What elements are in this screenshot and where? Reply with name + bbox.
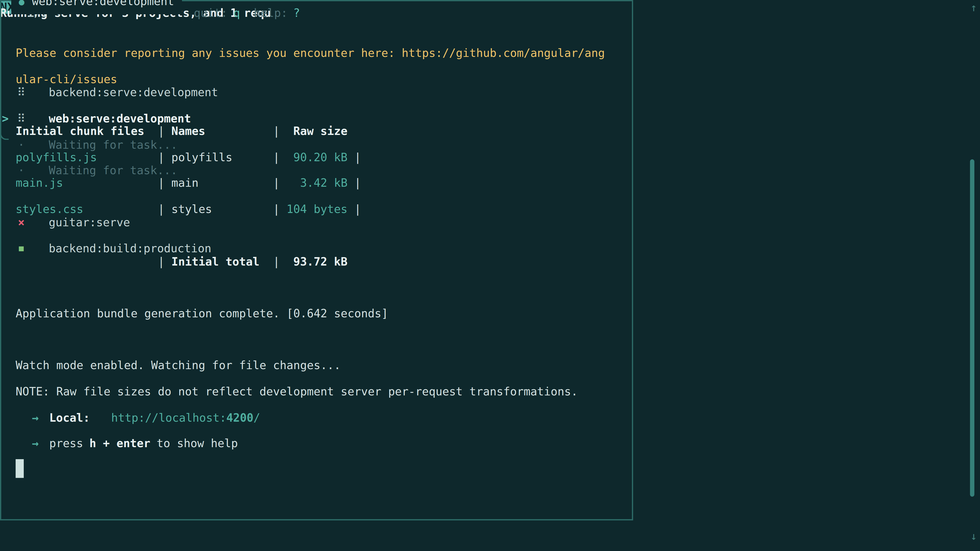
url-suffix: / (253, 411, 260, 424)
chunk-table-row: styles.css|styles|104 bytes| (16, 196, 623, 222)
bundle-complete-line: Application bundle generation complete. … (16, 300, 623, 327)
help-post-text: to show help (157, 437, 238, 450)
total-label: Initial total (165, 248, 273, 274)
pipe: | (354, 203, 361, 216)
pipe: | (158, 151, 165, 164)
cursor-line (16, 457, 623, 483)
arrow-icon: → (32, 437, 39, 450)
pipe: | (273, 254, 280, 268)
url-port: 4200 (226, 411, 253, 424)
local-url-line: →Local:http://localhost:4200/ (16, 405, 623, 430)
pipe: | (273, 176, 280, 189)
blank-line (16, 275, 623, 300)
scroll-up-icon[interactable]: ↑ (970, 1, 977, 14)
chunk-file: polyfills.js (16, 144, 158, 170)
chunk-name: main (165, 170, 273, 196)
scrollbar-thumb[interactable] (970, 159, 974, 496)
issue-notice-line-2: ular-cli/issues (16, 66, 623, 92)
terminal-output: Please consider reporting any issues you… (16, 40, 623, 483)
header-files: Initial chunk files (16, 118, 158, 144)
panel-title-text: web:serve:development (32, 0, 174, 7)
localhost-link[interactable]: http://localhost:4200/ (111, 411, 260, 424)
issue-notice-line-1: Please consider reporting any issues you… (16, 40, 623, 66)
chunk-size: 3.42 kB (280, 170, 354, 196)
pipe: | (158, 176, 165, 189)
panel-title: ●web:serve:development (11, 0, 182, 14)
pipe: | (273, 124, 280, 138)
help-keys-text: h + enter (89, 437, 150, 450)
help-hint-line: →pressh + enterto show help (16, 430, 623, 457)
header-names: Names (165, 118, 273, 144)
pipe: | (354, 176, 361, 189)
pipe: | (158, 203, 165, 216)
blank-line (16, 327, 623, 353)
url-prefix: http://localhost: (111, 411, 226, 424)
note-line: NOTE: Raw file sizes do not reflect deve… (16, 379, 623, 405)
blank-line (16, 222, 623, 248)
scroll-down-icon[interactable]: ↓ (970, 530, 977, 542)
blank-line (16, 92, 623, 118)
pipe: | (158, 124, 165, 138)
help-pre-text: press (49, 437, 83, 450)
nx-terminal-screen: NX Running serve for 3 projects, and 1 r… (0, 0, 980, 551)
chunk-name: styles (165, 196, 273, 222)
chunk-name: polyfills (165, 144, 273, 170)
pipe: | (354, 151, 361, 164)
chunk-file: main.js (16, 170, 158, 196)
chunk-size: 104 bytes (280, 196, 354, 222)
pipe: | (273, 151, 280, 164)
chunk-table-row: main.js|main|3.42 kB| (16, 170, 623, 196)
running-bullet-icon: ● (19, 0, 24, 7)
chunk-table-header: Initial chunk files|Names|Raw size (16, 118, 623, 144)
header-size: Raw size (280, 118, 354, 144)
total-size: 93.72 kB (280, 248, 354, 274)
watch-mode-line: Watch mode enabled. Watching for file ch… (16, 353, 623, 379)
task-output-panel: ●web:serve:development Please consider r… (0, 0, 633, 520)
terminal-cursor (16, 459, 24, 478)
chunk-size: 90.20 kB (280, 144, 354, 170)
pipe: | (158, 254, 165, 268)
local-label: Local: (49, 411, 90, 424)
arrow-icon: → (32, 411, 39, 424)
chunk-file: styles.css (16, 196, 158, 222)
initial-total-row: |Initial total|93.72 kB (16, 248, 623, 274)
chunk-table-row: polyfills.js|polyfills|90.20 kB| (16, 144, 623, 170)
pipe: | (273, 203, 280, 216)
